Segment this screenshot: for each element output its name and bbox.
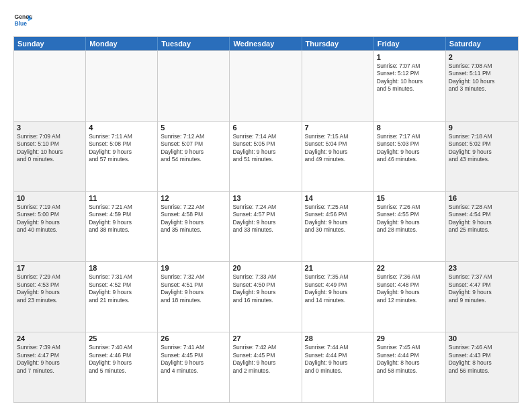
day-cell-15: 15Sunrise: 7:26 AMSunset: 4:55 PMDayligh… xyxy=(374,192,446,262)
day-number: 25 xyxy=(89,334,154,342)
day-info: Sunrise: 7:24 AMSunset: 4:57 PMDaylight:… xyxy=(232,203,298,234)
calendar-row-5: 24Sunrise: 7:39 AMSunset: 4:47 PMDayligh… xyxy=(14,332,518,402)
day-number: 11 xyxy=(89,194,154,202)
day-number: 8 xyxy=(377,124,443,132)
day-number: 21 xyxy=(305,264,371,272)
day-info: Sunrise: 7:21 AMSunset: 4:59 PMDaylight:… xyxy=(89,203,154,234)
day-info: Sunrise: 7:35 AMSunset: 4:49 PMDaylight:… xyxy=(305,273,371,304)
day-number: 22 xyxy=(377,264,443,272)
day-cell-11: 11Sunrise: 7:21 AMSunset: 4:59 PMDayligh… xyxy=(86,192,158,262)
day-info: Sunrise: 7:29 AMSunset: 4:53 PMDaylight:… xyxy=(17,273,83,304)
empty-cell xyxy=(14,51,86,121)
day-cell-28: 28Sunrise: 7:44 AMSunset: 4:44 PMDayligh… xyxy=(302,332,374,402)
day-info: Sunrise: 7:11 AMSunset: 5:08 PMDaylight:… xyxy=(89,133,154,164)
day-cell-3: 3Sunrise: 7:09 AMSunset: 5:10 PMDaylight… xyxy=(14,122,86,191)
day-number: 13 xyxy=(232,194,298,202)
day-cell-13: 13Sunrise: 7:24 AMSunset: 4:57 PMDayligh… xyxy=(230,192,302,262)
day-number: 10 xyxy=(17,194,83,202)
day-cell-6: 6Sunrise: 7:14 AMSunset: 5:05 PMDaylight… xyxy=(230,122,302,191)
header-day-thursday: Thursday xyxy=(302,37,374,50)
day-info: Sunrise: 7:19 AMSunset: 5:00 PMDaylight:… xyxy=(17,203,83,234)
day-info: Sunrise: 7:26 AMSunset: 4:55 PMDaylight:… xyxy=(377,203,443,234)
header: General Blue xyxy=(13,11,519,30)
day-info: Sunrise: 7:46 AMSunset: 4:43 PMDaylight:… xyxy=(449,344,515,375)
day-info: Sunrise: 7:33 AMSunset: 4:50 PMDaylight:… xyxy=(232,273,298,304)
day-number: 19 xyxy=(161,264,226,272)
day-cell-8: 8Sunrise: 7:17 AMSunset: 5:03 PMDaylight… xyxy=(374,122,446,191)
day-number: 12 xyxy=(161,194,226,202)
day-info: Sunrise: 7:42 AMSunset: 4:45 PMDaylight:… xyxy=(232,344,298,375)
day-info: Sunrise: 7:36 AMSunset: 4:48 PMDaylight:… xyxy=(377,273,443,304)
day-cell-14: 14Sunrise: 7:25 AMSunset: 4:56 PMDayligh… xyxy=(302,192,374,262)
header-day-friday: Friday xyxy=(374,37,446,50)
header-day-tuesday: Tuesday xyxy=(158,37,230,50)
logo-icon: General Blue xyxy=(13,11,32,30)
header-day-saturday: Saturday xyxy=(446,37,518,50)
day-cell-22: 22Sunrise: 7:36 AMSunset: 4:48 PMDayligh… xyxy=(374,262,446,332)
day-info: Sunrise: 7:08 AMSunset: 5:11 PMDaylight:… xyxy=(449,62,515,93)
day-info: Sunrise: 7:28 AMSunset: 4:54 PMDaylight:… xyxy=(449,203,515,234)
day-cell-9: 9Sunrise: 7:18 AMSunset: 5:02 PMDaylight… xyxy=(446,122,518,191)
day-cell-21: 21Sunrise: 7:35 AMSunset: 4:49 PMDayligh… xyxy=(302,262,374,332)
day-number: 23 xyxy=(449,264,515,272)
day-info: Sunrise: 7:39 AMSunset: 4:47 PMDaylight:… xyxy=(17,344,83,375)
day-cell-19: 19Sunrise: 7:32 AMSunset: 4:51 PMDayligh… xyxy=(158,262,230,332)
day-cell-16: 16Sunrise: 7:28 AMSunset: 4:54 PMDayligh… xyxy=(446,192,518,262)
day-cell-20: 20Sunrise: 7:33 AMSunset: 4:50 PMDayligh… xyxy=(230,262,302,332)
day-cell-5: 5Sunrise: 7:12 AMSunset: 5:07 PMDaylight… xyxy=(158,122,230,191)
calendar-body: 1Sunrise: 7:07 AMSunset: 5:12 PMDaylight… xyxy=(14,50,518,402)
day-cell-25: 25Sunrise: 7:40 AMSunset: 4:46 PMDayligh… xyxy=(86,332,158,402)
empty-cell xyxy=(86,51,158,121)
day-cell-1: 1Sunrise: 7:07 AMSunset: 5:12 PMDaylight… xyxy=(374,51,446,121)
day-number: 15 xyxy=(377,194,443,202)
empty-cell xyxy=(302,51,374,121)
day-cell-23: 23Sunrise: 7:37 AMSunset: 4:47 PMDayligh… xyxy=(446,262,518,332)
day-info: Sunrise: 7:31 AMSunset: 4:52 PMDaylight:… xyxy=(89,273,154,304)
day-cell-29: 29Sunrise: 7:45 AMSunset: 4:44 PMDayligh… xyxy=(374,332,446,402)
day-number: 24 xyxy=(17,334,83,342)
day-info: Sunrise: 7:09 AMSunset: 5:10 PMDaylight:… xyxy=(17,133,83,164)
day-cell-26: 26Sunrise: 7:41 AMSunset: 4:45 PMDayligh… xyxy=(158,332,230,402)
calendar-row-2: 3Sunrise: 7:09 AMSunset: 5:10 PMDaylight… xyxy=(14,121,518,191)
header-day-wednesday: Wednesday xyxy=(230,37,302,50)
day-cell-17: 17Sunrise: 7:29 AMSunset: 4:53 PMDayligh… xyxy=(14,262,86,332)
day-cell-27: 27Sunrise: 7:42 AMSunset: 4:45 PMDayligh… xyxy=(230,332,302,402)
day-number: 2 xyxy=(449,53,515,61)
day-cell-24: 24Sunrise: 7:39 AMSunset: 4:47 PMDayligh… xyxy=(14,332,86,402)
svg-text:Blue: Blue xyxy=(15,20,28,27)
day-number: 18 xyxy=(89,264,154,272)
day-info: Sunrise: 7:15 AMSunset: 5:04 PMDaylight:… xyxy=(305,133,371,164)
day-info: Sunrise: 7:12 AMSunset: 5:07 PMDaylight:… xyxy=(161,133,226,164)
day-cell-7: 7Sunrise: 7:15 AMSunset: 5:04 PMDaylight… xyxy=(302,122,374,191)
header-day-sunday: Sunday xyxy=(14,37,86,50)
calendar: SundayMondayTuesdayWednesdayThursdayFrid… xyxy=(13,36,519,403)
day-info: Sunrise: 7:18 AMSunset: 5:02 PMDaylight:… xyxy=(449,133,515,164)
day-cell-4: 4Sunrise: 7:11 AMSunset: 5:08 PMDaylight… xyxy=(86,122,158,191)
day-info: Sunrise: 7:07 AMSunset: 5:12 PMDaylight:… xyxy=(377,62,443,93)
day-cell-2: 2Sunrise: 7:08 AMSunset: 5:11 PMDaylight… xyxy=(446,51,518,121)
empty-cell xyxy=(230,51,302,121)
logo: General Blue xyxy=(13,11,32,30)
day-number: 17 xyxy=(17,264,83,272)
day-info: Sunrise: 7:17 AMSunset: 5:03 PMDaylight:… xyxy=(377,133,443,164)
day-info: Sunrise: 7:44 AMSunset: 4:44 PMDaylight:… xyxy=(305,344,371,375)
day-cell-10: 10Sunrise: 7:19 AMSunset: 5:00 PMDayligh… xyxy=(14,192,86,262)
calendar-row-3: 10Sunrise: 7:19 AMSunset: 5:00 PMDayligh… xyxy=(14,191,518,262)
day-info: Sunrise: 7:40 AMSunset: 4:46 PMDaylight:… xyxy=(89,344,154,375)
day-number: 16 xyxy=(449,194,515,202)
day-number: 4 xyxy=(89,124,154,132)
day-info: Sunrise: 7:25 AMSunset: 4:56 PMDaylight:… xyxy=(305,203,371,234)
calendar-row-1: 1Sunrise: 7:07 AMSunset: 5:12 PMDaylight… xyxy=(14,50,518,121)
day-number: 5 xyxy=(161,124,226,132)
day-number: 6 xyxy=(232,124,298,132)
day-info: Sunrise: 7:32 AMSunset: 4:51 PMDaylight:… xyxy=(161,273,226,304)
day-cell-12: 12Sunrise: 7:22 AMSunset: 4:58 PMDayligh… xyxy=(158,192,230,262)
day-info: Sunrise: 7:45 AMSunset: 4:44 PMDaylight:… xyxy=(377,344,443,375)
day-info: Sunrise: 7:41 AMSunset: 4:45 PMDaylight:… xyxy=(161,344,226,375)
day-number: 9 xyxy=(449,124,515,132)
day-number: 26 xyxy=(161,334,226,342)
empty-cell xyxy=(158,51,230,121)
day-number: 3 xyxy=(17,124,83,132)
day-cell-30: 30Sunrise: 7:46 AMSunset: 4:43 PMDayligh… xyxy=(446,332,518,402)
day-info: Sunrise: 7:14 AMSunset: 5:05 PMDaylight:… xyxy=(232,133,298,164)
